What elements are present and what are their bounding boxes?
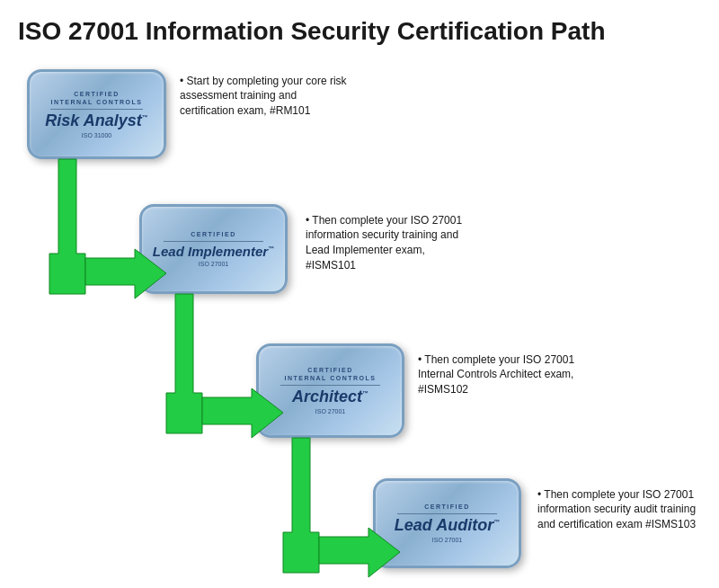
badge-title-4: Lead Auditor™	[395, 517, 500, 535]
badge-title-1: Risk Analyst™	[45, 112, 147, 130]
badge-lead-auditor: CERTIFIED Lead Auditor™ ISO 27001	[373, 478, 521, 568]
badge-risk-analyst: CERTIFIEDINTERNAL CONTROLS Risk Analyst™…	[27, 69, 166, 159]
badge-standard-1: ISO 31000	[82, 132, 111, 138]
svg-marker-0	[49, 159, 85, 294]
desc-4-text: • Then complete your ISO 27001 informati…	[537, 488, 696, 531]
svg-marker-4	[283, 438, 319, 573]
badge-standard-4: ISO 27001	[432, 537, 462, 543]
badge-title-2: Lead Implementer™	[153, 245, 274, 260]
desc-text-1: • Start by completing your core risk ass…	[180, 74, 351, 119]
badge-label-3: CERTIFIEDINTERNAL CONTROLS	[285, 366, 377, 382]
desc-3-text: • Then complete your ISO 27001 Internal …	[418, 353, 574, 396]
svg-marker-2	[166, 294, 202, 433]
page-title: ISO 27001 Information Security Certifica…	[0, 0, 719, 56]
divider-4	[397, 513, 497, 514]
badge-standard-3: ISO 27001	[315, 408, 345, 414]
main-content: CERTIFIEDINTERNAL CONTROLS Risk Analyst™…	[0, 56, 719, 586]
desc-2-text: • Then complete your ISO 27001 informati…	[306, 214, 462, 272]
divider-2	[164, 241, 263, 242]
divider-1	[50, 109, 143, 110]
desc-1-text: • Start by completing your core risk ass…	[180, 75, 347, 118]
badge-label-1: CERTIFIEDINTERNAL CONTROLS	[51, 90, 143, 106]
desc-text-4: • Then complete your ISO 27001 informati…	[537, 487, 704, 532]
badge-title-3: Architect™	[292, 388, 368, 406]
badge-label-2: CERTIFIED	[191, 230, 235, 238]
badge-architect: CERTIFIEDINTERNAL CONTROLS Architect™ IS…	[256, 343, 404, 438]
desc-text-2: • Then complete your ISO 27001 informati…	[306, 213, 472, 273]
divider-3	[280, 385, 380, 386]
badge-label-4: CERTIFIED	[424, 503, 469, 511]
desc-text-3: • Then complete your ISO 27001 Internal …	[418, 352, 584, 397]
badge-lead-implementer: CERTIFIED Lead Implementer™ ISO 27001	[139, 204, 288, 294]
badge-standard-2: ISO 27001	[199, 261, 228, 267]
